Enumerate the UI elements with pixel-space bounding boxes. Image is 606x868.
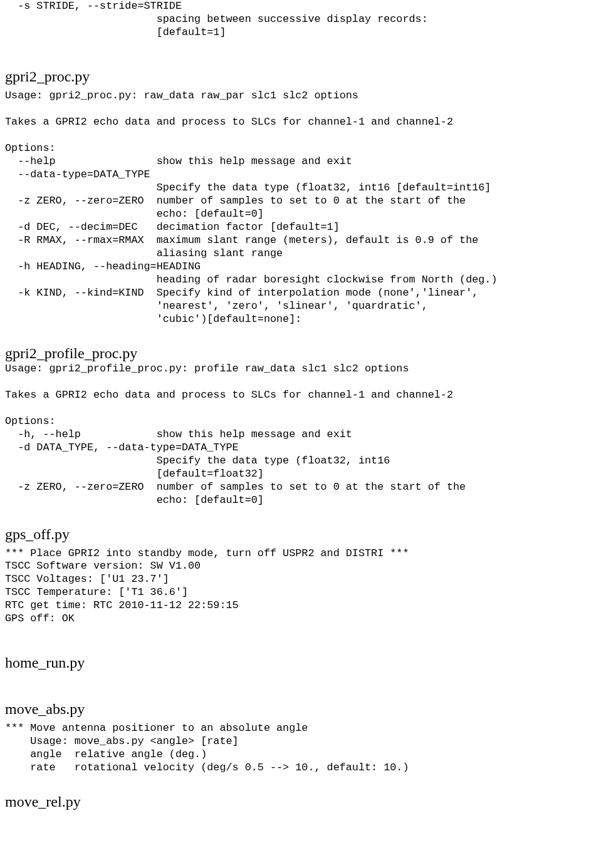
section-gap [5, 326, 601, 344]
section-heading: move_abs.py [5, 700, 601, 718]
section-gap [5, 672, 601, 700]
section-gap [5, 775, 601, 792]
section-heading: gpri2_proc.py [5, 67, 601, 86]
section-gap [5, 507, 601, 525]
section-heading: gps_off.py [5, 525, 601, 544]
sections-container: gpri2_proc.pyUsage: gpri2_proc.py: raw_d… [5, 39, 601, 811]
section-heading: gpri2_profile_proc.py [5, 344, 601, 363]
section-body: *** Move antenna positioner to an absolu… [5, 722, 601, 775]
section-heading: home_run.py [5, 653, 601, 672]
section-heading: move_rel.py [5, 792, 601, 811]
section-body: *** Place GPRI2 into standby mode, turn … [5, 547, 601, 626]
section-gap [5, 39, 601, 67]
section-body: Usage: gpri2_profile_proc.py: profile ra… [5, 363, 601, 507]
section-gap [5, 626, 601, 653]
section-body: Usage: gpri2_proc.py: raw_data raw_par s… [5, 90, 601, 326]
fragment-top: -s STRIDE, --stride=STRIDE spacing betwe… [5, 0, 601, 39]
